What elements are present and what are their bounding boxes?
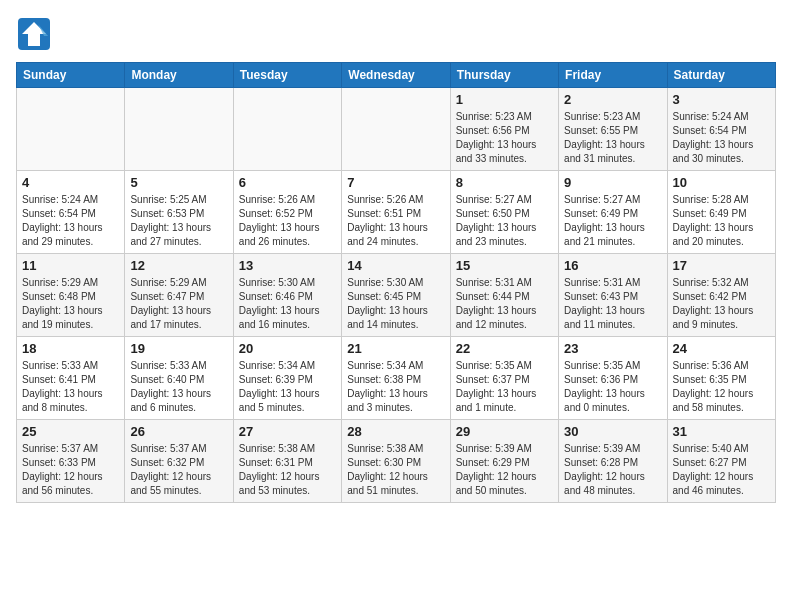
week-row-1: 4Sunrise: 5:24 AMSunset: 6:54 PMDaylight… [17, 171, 776, 254]
day-cell-8: 8Sunrise: 5:27 AMSunset: 6:50 PMDaylight… [450, 171, 558, 254]
day-cell-28: 28Sunrise: 5:38 AMSunset: 6:30 PMDayligh… [342, 420, 450, 503]
header-day-monday: Monday [125, 63, 233, 88]
day-cell-25: 25Sunrise: 5:37 AMSunset: 6:33 PMDayligh… [17, 420, 125, 503]
day-number: 18 [22, 341, 119, 356]
day-number: 25 [22, 424, 119, 439]
day-info: Sunrise: 5:36 AMSunset: 6:35 PMDaylight:… [673, 359, 770, 415]
day-number: 2 [564, 92, 661, 107]
day-cell-empty [342, 88, 450, 171]
day-info: Sunrise: 5:24 AMSunset: 6:54 PMDaylight:… [673, 110, 770, 166]
day-cell-21: 21Sunrise: 5:34 AMSunset: 6:38 PMDayligh… [342, 337, 450, 420]
day-cell-empty [125, 88, 233, 171]
header-day-friday: Friday [559, 63, 667, 88]
day-number: 21 [347, 341, 444, 356]
day-number: 29 [456, 424, 553, 439]
day-info: Sunrise: 5:38 AMSunset: 6:31 PMDaylight:… [239, 442, 336, 498]
day-number: 9 [564, 175, 661, 190]
day-info: Sunrise: 5:34 AMSunset: 6:39 PMDaylight:… [239, 359, 336, 415]
day-cell-19: 19Sunrise: 5:33 AMSunset: 6:40 PMDayligh… [125, 337, 233, 420]
day-number: 15 [456, 258, 553, 273]
day-number: 26 [130, 424, 227, 439]
calendar-header: SundayMondayTuesdayWednesdayThursdayFrid… [17, 63, 776, 88]
day-cell-31: 31Sunrise: 5:40 AMSunset: 6:27 PMDayligh… [667, 420, 775, 503]
day-cell-5: 5Sunrise: 5:25 AMSunset: 6:53 PMDaylight… [125, 171, 233, 254]
day-cell-13: 13Sunrise: 5:30 AMSunset: 6:46 PMDayligh… [233, 254, 341, 337]
day-cell-2: 2Sunrise: 5:23 AMSunset: 6:55 PMDaylight… [559, 88, 667, 171]
day-info: Sunrise: 5:32 AMSunset: 6:42 PMDaylight:… [673, 276, 770, 332]
day-cell-15: 15Sunrise: 5:31 AMSunset: 6:44 PMDayligh… [450, 254, 558, 337]
day-cell-20: 20Sunrise: 5:34 AMSunset: 6:39 PMDayligh… [233, 337, 341, 420]
calendar-table: SundayMondayTuesdayWednesdayThursdayFrid… [16, 62, 776, 503]
day-cell-12: 12Sunrise: 5:29 AMSunset: 6:47 PMDayligh… [125, 254, 233, 337]
day-info: Sunrise: 5:31 AMSunset: 6:43 PMDaylight:… [564, 276, 661, 332]
header-day-sunday: Sunday [17, 63, 125, 88]
day-info: Sunrise: 5:33 AMSunset: 6:40 PMDaylight:… [130, 359, 227, 415]
day-info: Sunrise: 5:38 AMSunset: 6:30 PMDaylight:… [347, 442, 444, 498]
day-cell-9: 9Sunrise: 5:27 AMSunset: 6:49 PMDaylight… [559, 171, 667, 254]
week-row-4: 25Sunrise: 5:37 AMSunset: 6:33 PMDayligh… [17, 420, 776, 503]
day-cell-18: 18Sunrise: 5:33 AMSunset: 6:41 PMDayligh… [17, 337, 125, 420]
day-cell-26: 26Sunrise: 5:37 AMSunset: 6:32 PMDayligh… [125, 420, 233, 503]
day-cell-17: 17Sunrise: 5:32 AMSunset: 6:42 PMDayligh… [667, 254, 775, 337]
day-info: Sunrise: 5:30 AMSunset: 6:45 PMDaylight:… [347, 276, 444, 332]
header-row: SundayMondayTuesdayWednesdayThursdayFrid… [17, 63, 776, 88]
logo-icon [16, 16, 52, 52]
day-number: 13 [239, 258, 336, 273]
day-info: Sunrise: 5:23 AMSunset: 6:56 PMDaylight:… [456, 110, 553, 166]
day-info: Sunrise: 5:26 AMSunset: 6:52 PMDaylight:… [239, 193, 336, 249]
calendar-body: 1Sunrise: 5:23 AMSunset: 6:56 PMDaylight… [17, 88, 776, 503]
day-number: 8 [456, 175, 553, 190]
day-info: Sunrise: 5:31 AMSunset: 6:44 PMDaylight:… [456, 276, 553, 332]
day-info: Sunrise: 5:29 AMSunset: 6:48 PMDaylight:… [22, 276, 119, 332]
header-day-saturday: Saturday [667, 63, 775, 88]
day-number: 16 [564, 258, 661, 273]
week-row-2: 11Sunrise: 5:29 AMSunset: 6:48 PMDayligh… [17, 254, 776, 337]
day-cell-24: 24Sunrise: 5:36 AMSunset: 6:35 PMDayligh… [667, 337, 775, 420]
day-number: 7 [347, 175, 444, 190]
day-number: 24 [673, 341, 770, 356]
day-number: 19 [130, 341, 227, 356]
day-info: Sunrise: 5:39 AMSunset: 6:28 PMDaylight:… [564, 442, 661, 498]
day-info: Sunrise: 5:27 AMSunset: 6:50 PMDaylight:… [456, 193, 553, 249]
day-info: Sunrise: 5:26 AMSunset: 6:51 PMDaylight:… [347, 193, 444, 249]
day-cell-29: 29Sunrise: 5:39 AMSunset: 6:29 PMDayligh… [450, 420, 558, 503]
day-number: 14 [347, 258, 444, 273]
day-cell-22: 22Sunrise: 5:35 AMSunset: 6:37 PMDayligh… [450, 337, 558, 420]
day-cell-10: 10Sunrise: 5:28 AMSunset: 6:49 PMDayligh… [667, 171, 775, 254]
day-number: 31 [673, 424, 770, 439]
day-cell-16: 16Sunrise: 5:31 AMSunset: 6:43 PMDayligh… [559, 254, 667, 337]
day-number: 28 [347, 424, 444, 439]
header-day-wednesday: Wednesday [342, 63, 450, 88]
day-cell-23: 23Sunrise: 5:35 AMSunset: 6:36 PMDayligh… [559, 337, 667, 420]
day-cell-11: 11Sunrise: 5:29 AMSunset: 6:48 PMDayligh… [17, 254, 125, 337]
day-number: 1 [456, 92, 553, 107]
day-info: Sunrise: 5:23 AMSunset: 6:55 PMDaylight:… [564, 110, 661, 166]
day-cell-1: 1Sunrise: 5:23 AMSunset: 6:56 PMDaylight… [450, 88, 558, 171]
day-cell-3: 3Sunrise: 5:24 AMSunset: 6:54 PMDaylight… [667, 88, 775, 171]
day-info: Sunrise: 5:40 AMSunset: 6:27 PMDaylight:… [673, 442, 770, 498]
header-day-thursday: Thursday [450, 63, 558, 88]
day-number: 23 [564, 341, 661, 356]
day-cell-empty [233, 88, 341, 171]
day-info: Sunrise: 5:25 AMSunset: 6:53 PMDaylight:… [130, 193, 227, 249]
day-cell-empty [17, 88, 125, 171]
day-number: 30 [564, 424, 661, 439]
day-number: 3 [673, 92, 770, 107]
day-number: 10 [673, 175, 770, 190]
day-info: Sunrise: 5:35 AMSunset: 6:36 PMDaylight:… [564, 359, 661, 415]
day-info: Sunrise: 5:37 AMSunset: 6:33 PMDaylight:… [22, 442, 119, 498]
day-cell-30: 30Sunrise: 5:39 AMSunset: 6:28 PMDayligh… [559, 420, 667, 503]
day-info: Sunrise: 5:34 AMSunset: 6:38 PMDaylight:… [347, 359, 444, 415]
day-cell-27: 27Sunrise: 5:38 AMSunset: 6:31 PMDayligh… [233, 420, 341, 503]
header-day-tuesday: Tuesday [233, 63, 341, 88]
day-number: 4 [22, 175, 119, 190]
day-info: Sunrise: 5:37 AMSunset: 6:32 PMDaylight:… [130, 442, 227, 498]
day-info: Sunrise: 5:35 AMSunset: 6:37 PMDaylight:… [456, 359, 553, 415]
day-info: Sunrise: 5:28 AMSunset: 6:49 PMDaylight:… [673, 193, 770, 249]
day-number: 27 [239, 424, 336, 439]
day-info: Sunrise: 5:29 AMSunset: 6:47 PMDaylight:… [130, 276, 227, 332]
day-cell-6: 6Sunrise: 5:26 AMSunset: 6:52 PMDaylight… [233, 171, 341, 254]
week-row-0: 1Sunrise: 5:23 AMSunset: 6:56 PMDaylight… [17, 88, 776, 171]
day-info: Sunrise: 5:39 AMSunset: 6:29 PMDaylight:… [456, 442, 553, 498]
day-number: 17 [673, 258, 770, 273]
